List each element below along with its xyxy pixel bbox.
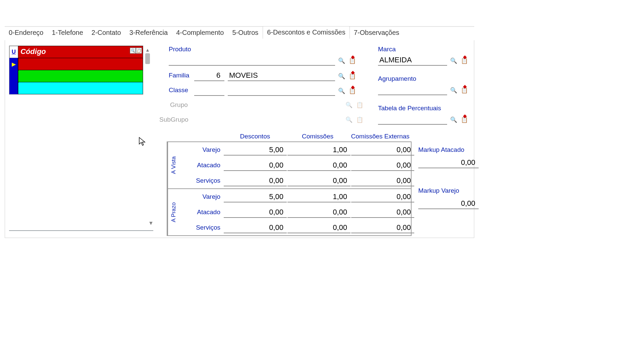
clipboard-icon[interactable]: 📋 [348,86,357,95]
clipboard-icon[interactable]: 📋 [348,56,357,65]
row-indicator-icon: ▶ [12,61,16,67]
tab-descontos-comissoes[interactable]: 6-Descontos e Comissões [263,26,350,39]
row-atacado-label: Atacado [179,208,224,216]
tabela-percentuais-field[interactable] [378,115,447,125]
grid-col-label: Código [20,47,46,56]
familia-field[interactable]: MOVEIS [228,71,335,81]
search-icon[interactable]: 🔍 [449,86,458,95]
grupo-label: Grupo [170,101,188,109]
tab-bar: 0-Endereço 1-Telefone 2-Contato 3-Referê… [5,27,474,40]
classe-value [228,95,230,95]
scroll-up-icon[interactable]: ▲ [145,47,150,53]
familia-label: Familia [169,72,189,79]
search-icon[interactable]: 🔍 [449,115,458,124]
search-icon[interactable]: 🔍 [337,72,346,80]
search-icon: 🔍 [344,115,353,124]
row-atacado-label: Atacado [179,162,224,169]
avista-atacado-desconto[interactable]: 0,00 [224,160,287,171]
row-servicos-label: Serviços [179,177,224,184]
search-icon[interactable]: 🔍 [130,48,136,54]
row-varejo-label: Varejo [179,146,224,154]
grid-scrollbar[interactable]: ▲ [144,47,151,64]
aprazo-servicos-desconto[interactable]: 0,00 [224,222,287,233]
grid-col-codigo[interactable]: Código 🔍 📋 [18,46,143,58]
grid-row[interactable]: ▶ [9,58,143,70]
aprazo-varejo-comissao[interactable]: 1,00 [287,191,351,202]
classe-code-field[interactable] [194,86,224,96]
group-aprazo: A Prazo [167,189,179,235]
tabela-percentuais-label: Tabela de Percentuais [378,105,441,112]
aprazo-varejo-comissao-ext[interactable]: 0,00 [351,191,414,202]
avista-atacado-comissao-ext[interactable]: 0,00 [351,160,414,171]
tab-observacoes[interactable]: 7-Observações [350,27,404,39]
aprazo-servicos-comissao[interactable]: 0,00 [287,222,351,233]
tab-contato[interactable]: 2-Contato [88,27,125,39]
subgrupo-label: SubGrupo [159,116,189,123]
group-avista: A Vista [167,142,179,188]
tab-outros[interactable]: 5-Outros [228,27,263,39]
avista-servicos-comissao-ext[interactable]: 0,00 [351,175,414,186]
clipboard-icon[interactable]: 📋 [460,86,469,95]
col-descontos: Descontos [224,133,286,140]
agrupamento-value [378,94,381,95]
agrupamento-label: Agrupamento [378,75,416,82]
markup-atacado-field[interactable]: 0,00 [418,157,479,168]
classe-field[interactable] [228,86,335,96]
search-icon[interactable]: 🔍 [337,56,346,65]
marca-value: ALMEIDA [378,56,413,65]
avista-atacado-comissao[interactable]: 0,00 [287,160,351,171]
produto-label: Produto [169,46,191,53]
row-varejo-label: Varejo [179,193,224,200]
classe-label: Classe [169,86,188,94]
tab-content: U Código 🔍 📋 ▶ [5,40,474,238]
markup-varejo-field[interactable]: 0,00 [418,198,479,209]
tab-referencia[interactable]: 3-Referência [125,27,172,39]
agrupamento-field[interactable] [378,85,447,95]
search-icon[interactable]: 🔍 [337,86,346,95]
row-servicos-label: Serviços [179,224,224,231]
tab-complemento[interactable]: 4-Complemento [172,27,228,39]
aprazo-atacado-comissao[interactable]: 0,00 [287,206,351,218]
discounts-commissions-table: Descontos Comissões Comissões Externas A… [167,133,412,236]
avista-varejo-comissao[interactable]: 1,00 [287,144,351,156]
clipboard-icon[interactable]: 📋 [460,115,469,124]
markup-atacado-label: Markup Atacado [418,146,485,154]
col-comissoes: Comissões [286,133,349,140]
grid-row[interactable] [9,70,143,82]
avista-varejo-desconto[interactable]: 5,00 [224,144,287,156]
produto-field[interactable] [169,56,335,66]
grid-gutter-mark: U [12,49,16,55]
tab-endereco[interactable]: 0-Endereço [5,27,48,39]
clipboard-icon[interactable]: 📋 [348,72,357,80]
clipboard-icon: 📋 [355,115,364,124]
aprazo-servicos-comissao-ext[interactable]: 0,00 [351,222,414,233]
tabela-percentuais-value [378,123,381,124]
tab-telefone[interactable]: 1-Telefone [48,27,87,39]
divider [9,230,153,231]
avista-varejo-comissao-ext[interactable]: 0,00 [351,144,414,156]
clipboard-icon[interactable]: 📋 [460,56,469,65]
familia-code-value: 6 [194,71,222,80]
markup-varejo-label: Markup Varejo [418,187,485,194]
marca-label: Marca [378,46,396,53]
aprazo-atacado-comissao-ext[interactable]: 0,00 [351,206,414,218]
aprazo-varejo-desconto[interactable]: 5,00 [224,191,287,202]
clipboard-icon: 📋 [355,101,364,109]
marca-field[interactable]: ALMEIDA [378,56,447,66]
produto-value [169,64,171,65]
codigo-grid[interactable]: U Código 🔍 📋 ▶ [9,46,143,95]
scroll-down-icon[interactable]: ▼ [148,220,154,226]
search-icon: 🔍 [344,101,353,109]
avista-servicos-desconto[interactable]: 0,00 [224,175,287,186]
grid-row[interactable] [9,82,143,94]
avista-servicos-comissao[interactable]: 0,00 [287,175,351,186]
familia-value: MOVEIS [228,71,259,80]
col-comissoes-externas: Comissões Externas [349,133,412,140]
aprazo-atacado-desconto[interactable]: 0,00 [224,206,287,218]
scroll-thumb[interactable] [145,53,150,64]
clipboard-icon[interactable]: 📋 [136,48,142,54]
familia-code-field[interactable]: 6 [194,71,224,81]
search-icon[interactable]: 🔍 [449,56,458,65]
